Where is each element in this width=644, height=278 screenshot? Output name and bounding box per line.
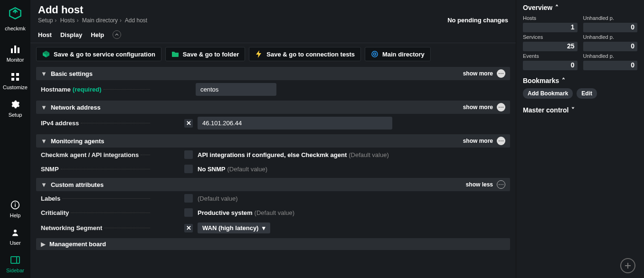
overview-title: Overview <box>523 4 552 11</box>
section-title: Monitoring agents <box>51 138 104 145</box>
svg-point-11 <box>14 230 17 232</box>
section-management-board[interactable]: ▶ Management board <box>36 238 510 250</box>
crumb-hosts[interactable]: Hosts <box>60 17 75 24</box>
section-title: Basic settings <box>51 70 93 77</box>
agent-toggle[interactable] <box>184 150 193 159</box>
cube-green-icon <box>42 50 50 58</box>
criticality-value: Productive system <box>198 209 253 216</box>
section-basic-settings[interactable]: ▼ Basic settings show more ⋯ <box>36 67 510 80</box>
crumb-setup[interactable]: Setup <box>38 17 53 24</box>
master-control-header[interactable]: Master control ˅ <box>523 106 637 114</box>
logo <box>4 2 27 25</box>
value-services-unhandled[interactable]: 0 <box>583 42 638 51</box>
ipv4-input[interactable] <box>198 117 392 130</box>
show-more-button[interactable]: show more <box>463 138 493 144</box>
value-hosts-unhandled[interactable]: 0 <box>583 23 638 32</box>
chevron-up-icon: ˄ <box>562 77 565 84</box>
agent-label: Checkmk agent / API integrations <box>41 151 139 158</box>
bookmarks-header[interactable]: Bookmarks ˄ <box>523 77 637 84</box>
svg-rect-2 <box>14 46 16 53</box>
btn-label: Main directory <box>382 51 425 58</box>
show-more-button[interactable]: show more <box>463 104 493 111</box>
nav-help[interactable]: Help <box>0 195 30 223</box>
label-events: Events <box>523 53 578 59</box>
overview-header[interactable]: Overview ˄ <box>523 4 637 11</box>
nav-help-label: Help <box>10 213 21 218</box>
folder-green-icon <box>171 50 179 58</box>
more-icon[interactable]: ⋯ <box>497 69 505 78</box>
chevron-down-icon: ▼ <box>41 181 47 188</box>
show-more-button[interactable]: show more <box>463 70 493 77</box>
overview-grid: Hosts Unhandled p. 1 0 Services Unhandle… <box>523 15 637 70</box>
panel-icon <box>10 254 20 266</box>
label-services: Services <box>523 34 578 40</box>
menu-host[interactable]: Host <box>38 31 52 38</box>
snmp-toggle[interactable] <box>184 165 193 173</box>
add-bookmark-button[interactable]: Add Bookmark <box>523 88 573 99</box>
snmp-value: No SNMP <box>198 166 226 173</box>
menu-help[interactable]: Help <box>91 31 104 38</box>
breadcrumb: Setup› Hosts› Main directory› Add host <box>38 17 147 24</box>
section-monitoring-agents[interactable]: ▼ Monitoring agents show more ⋯ <box>36 134 510 148</box>
default-label: (Default value) <box>227 166 268 173</box>
svg-point-18 <box>373 53 376 56</box>
menu-display[interactable]: Display <box>60 31 82 38</box>
ipv4-toggle[interactable]: ✕ <box>184 119 193 128</box>
save-go-folder-button[interactable]: Save & go to folder <box>165 47 245 61</box>
more-icon[interactable]: ⋯ <box>497 137 505 145</box>
menu-collapse-icon[interactable] <box>113 30 121 39</box>
bolt-icon <box>255 50 263 58</box>
more-icon[interactable]: ⋯ <box>497 180 505 189</box>
info-icon <box>10 199 20 211</box>
nav-customize[interactable]: Customize <box>0 67 30 95</box>
page-title: Add host <box>38 4 147 16</box>
chevron-down-icon: ▾ <box>262 224 265 232</box>
nav-monitor[interactable]: Monitor <box>0 40 30 67</box>
default-label: (Default value) <box>349 151 389 158</box>
chevron-down-icon: ˅ <box>571 106 575 114</box>
section-custom-attributes[interactable]: ▼ Custom attributes show less ⋯ <box>36 178 510 191</box>
save-go-connection-button[interactable]: Save & go to connection tests <box>249 47 361 61</box>
value-hosts[interactable]: 1 <box>523 23 578 32</box>
nav-sidebar[interactable]: Sidebar <box>0 250 30 278</box>
more-icon[interactable]: ⋯ <box>497 103 505 111</box>
labels-toggle[interactable] <box>184 194 193 203</box>
save-go-service-button[interactable]: Save & go to service configuration <box>36 47 161 61</box>
crumb-main-dir[interactable]: Main directory <box>82 17 118 24</box>
toolbar: Save & go to service configuration Save … <box>30 43 516 66</box>
default-label: (Default value) <box>255 209 295 216</box>
snmp-label: SNMP <box>41 166 59 173</box>
hostname-input[interactable] <box>196 83 276 96</box>
default-label: (Default value) <box>198 195 238 202</box>
svg-rect-6 <box>11 78 14 81</box>
main-directory-button[interactable]: Main directory <box>365 47 431 61</box>
network-segment-label: Networking Segment <box>41 224 102 232</box>
edit-bookmark-button[interactable]: Edit <box>577 88 597 99</box>
nav-setup-label: Setup <box>9 112 22 118</box>
label-hosts: Hosts <box>523 15 578 21</box>
pending-changes[interactable]: No pending changes <box>447 17 508 24</box>
crumb-add-host: Add host <box>125 17 147 24</box>
value-services[interactable]: 25 <box>523 42 578 51</box>
nav-sidebar-label: Sidebar <box>6 268 24 273</box>
value-events[interactable]: 0 <box>523 61 578 70</box>
svg-point-10 <box>15 203 16 204</box>
section-network-address[interactable]: ▼ Network address show more ⋯ <box>36 101 510 114</box>
brand-label: checkmk <box>5 26 25 31</box>
nav-user[interactable]: User <box>0 223 30 250</box>
show-less-button[interactable]: show less <box>466 181 493 188</box>
ipv4-label: IPv4 address <box>41 120 79 127</box>
value-events-unhandled[interactable]: 0 <box>583 61 638 70</box>
agent-value: API integrations if configured, else Che… <box>198 151 347 158</box>
btn-label: Save & go to connection tests <box>266 51 355 58</box>
add-widget-button[interactable] <box>620 258 635 273</box>
nav-setup[interactable]: Setup <box>0 95 30 122</box>
select-value: WAN (high latency) <box>202 224 258 232</box>
criticality-toggle[interactable] <box>184 208 193 217</box>
nav-customize-label: Customize <box>3 84 28 90</box>
network-segment-select[interactable]: WAN (high latency) ▾ <box>198 222 270 233</box>
chevron-down-icon: ▼ <box>41 70 47 77</box>
network-segment-toggle[interactable]: ✕ <box>184 224 193 232</box>
section-title: Custom attributes <box>51 181 104 188</box>
bookmarks-title: Bookmarks <box>523 77 559 84</box>
